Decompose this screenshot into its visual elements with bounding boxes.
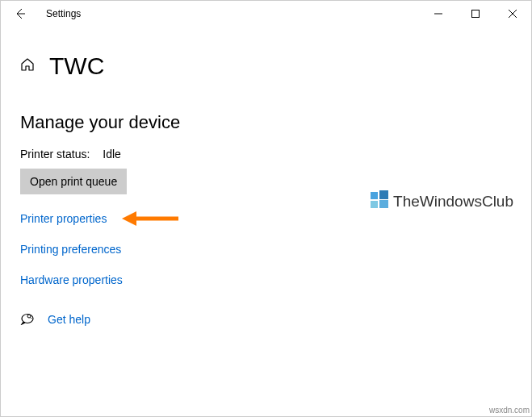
source-tag: wsxdn.com [489,406,530,415]
printing-preferences-link[interactable]: Printing preferences [20,243,512,256]
svg-point-5 [27,315,31,318]
titlebar: Settings [1,1,531,27]
minimize-button[interactable] [420,1,457,27]
get-help-link[interactable]: Get help [48,313,90,326]
watermark-logo-icon [371,190,388,212]
printer-status-row: Printer status: Idle [20,148,512,161]
watermark: TheWindowsClub [371,190,513,212]
status-value: Idle [103,148,121,161]
back-button[interactable] [7,1,33,27]
window-controls [420,1,531,27]
content-area: TWC Manage your device Printer status: I… [1,27,531,344]
help-icon [20,311,35,328]
minimize-icon [434,10,442,18]
svg-rect-9 [371,192,378,199]
maximize-icon [471,10,480,18]
printer-properties-link[interactable]: Printer properties [20,212,512,225]
svg-rect-1 [472,10,480,18]
svg-rect-11 [371,201,378,208]
svg-rect-10 [379,190,388,199]
status-label: Printer status: [20,148,90,161]
section-heading: Manage your device [20,112,512,133]
open-print-queue-button[interactable]: Open print queue [20,169,127,194]
get-help-row: Get help [20,311,512,328]
page-title: TWC [49,52,104,80]
page-header: TWC [20,52,512,80]
hardware-properties-link[interactable]: Hardware properties [20,273,512,286]
maximize-button[interactable] [457,1,494,27]
back-arrow-icon [14,7,27,20]
window-title: Settings [46,8,81,19]
watermark-text: TheWindowsClub [393,193,513,211]
svg-rect-12 [379,200,388,208]
close-icon [509,10,517,18]
svg-line-6 [31,318,32,319]
home-icon[interactable] [20,57,35,75]
close-button[interactable] [494,1,531,27]
